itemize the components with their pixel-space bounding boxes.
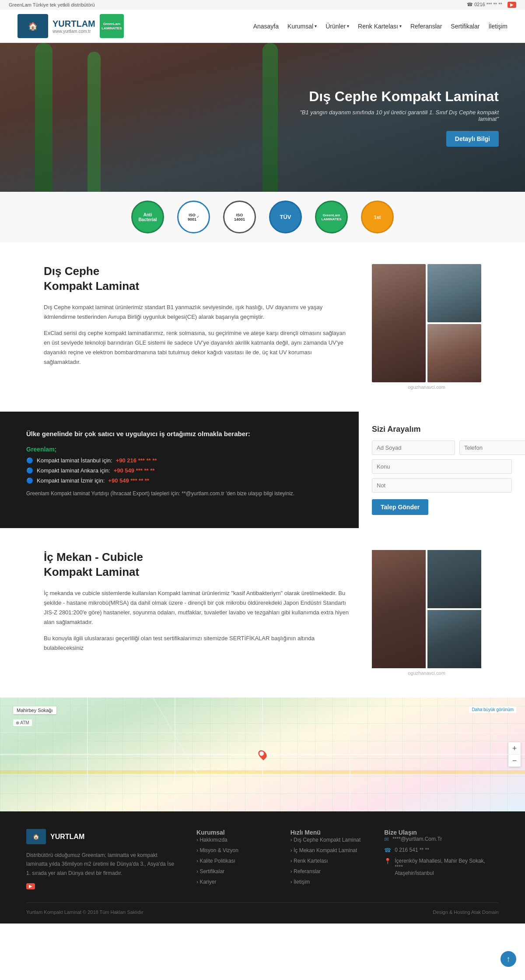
ic-mekan-section: İç Mekan - CubicleKompakt Laminat İç mek… xyxy=(0,528,525,698)
ic-mekan-text: İç Mekan - CubicleKompakt Laminat İç mek… xyxy=(44,550,350,659)
map-label-mahirbey: Mahirbey Sokağı xyxy=(13,706,56,714)
kurumsal-title: Kurumsal xyxy=(196,829,273,836)
map-pin-area xyxy=(259,750,266,759)
izmir-label: Kompakt laminat İzmir için: xyxy=(37,477,105,484)
nav-urunler[interactable]: Ürünler xyxy=(326,23,349,30)
ankara-label: Kompakt laminat Ankara için: xyxy=(37,467,110,474)
zoom-out-button[interactable]: − xyxy=(508,754,521,767)
ic-mekan-img1 xyxy=(372,550,426,668)
phone-input[interactable] xyxy=(459,441,525,455)
hero-content: Dış Cephe Kompakt Laminat "B1 yangın day… xyxy=(280,88,499,147)
zoom-in-button[interactable]: + xyxy=(508,742,521,754)
contact-section: Ülke genelinde bir çok satıcı ve uygulay… xyxy=(0,412,525,528)
footer-renk[interactable]: Renk Kartelası xyxy=(290,858,328,864)
hero-section: Dış Cephe Kompakt Laminat "B1 yangın day… xyxy=(0,43,525,192)
cert-iso2: ISO14001 xyxy=(223,201,256,233)
nav-renk-kartelasi[interactable]: Renk Kartelası xyxy=(358,23,402,30)
cert-text: GreenLam LAMINATES xyxy=(100,22,124,30)
logo-url: www.yurtlam.com.tr xyxy=(52,29,95,34)
footer-hakkimizda[interactable]: Hakkımızda xyxy=(196,837,228,843)
footer-phone-text: 0 216 541 ** ** xyxy=(395,847,429,853)
footer: 🏠 YURTLAM Distribütörü olduğumuz Greenla… xyxy=(0,811,525,924)
hizli-menu-list: Dış Cephe Kompakt Laminat İç Mekan Kompa… xyxy=(290,836,367,885)
footer-hizli-menu: Hızlı Menü Dış Cephe Kompakt Laminat İç … xyxy=(290,829,367,889)
contact-heading: Ülke genelinde bir çok satıcı ve uygulay… xyxy=(26,429,332,439)
ic-mekan-para1: İç mekanda ve cubicle sistemlerde kullan… xyxy=(44,589,350,627)
top-bar: GreenLam Türkiye tek yetkili distribütör… xyxy=(0,0,525,10)
footer-misyon[interactable]: Misyon & Vizyon xyxy=(196,847,238,853)
footer-bize-ulasin: Bize Ulaşın ✉ ****@yurtlam.Com.Tr ☎ 0 21… xyxy=(384,829,499,889)
footer-dis-cephe[interactable]: Dış Cephe Kompakt Laminat xyxy=(290,837,361,843)
submit-button[interactable]: Talep Gönder xyxy=(372,499,428,515)
hizli-menu-title: Hızlı Menü xyxy=(290,829,367,836)
hero-cta-button[interactable]: Detaylı Bilgi xyxy=(446,131,499,147)
cert-greenlam: GreenLamLAMINATES xyxy=(315,201,348,233)
ic-mekan-watermark: oguzhanavci.com xyxy=(372,670,481,676)
form-title: Sizi Arayalım xyxy=(372,425,512,434)
footer-logo-name: YURTLAM xyxy=(50,833,84,841)
kurumsal-list: Hakkımızda Misyon & Vizyon Kalite Politi… xyxy=(196,836,273,885)
dis-cephe-para2: ExClad serisi dış cephe kompakt laminatl… xyxy=(44,328,350,367)
nav-referanslar[interactable]: Referanslar xyxy=(410,23,442,30)
footer-desc: Distribütörü olduğumuz Greenlam; laminat… xyxy=(26,851,179,878)
logo-cert: GreenLam LAMINATES xyxy=(100,14,124,38)
footer-iletisim[interactable]: İletişim xyxy=(290,879,310,885)
building-image-2 xyxy=(427,264,481,322)
tree-2 xyxy=(88,52,101,192)
design-credit: Design & Hosting Atak Domain xyxy=(433,909,499,915)
hero-title: Dış Cephe Kompakt Laminat xyxy=(280,88,499,105)
note-input[interactable] xyxy=(372,478,512,493)
ic-mekan-collage xyxy=(372,550,481,668)
footer-email: ✉ ****@yurtlam.Com.Tr xyxy=(384,836,499,843)
ic-mekan-img3 xyxy=(427,610,481,668)
nav-kurumsal[interactable]: Kurumsal xyxy=(287,23,317,30)
phone-icon: ☎ xyxy=(467,2,474,7)
footer-sertifikalar[interactable]: Sertifikalar xyxy=(196,868,224,874)
main-nav: Anasayfa Kurumsal Ürünler Renk Kartelası… xyxy=(253,23,508,30)
footer-about: 🏠 YURTLAM Distribütörü olduğumuz Greenla… xyxy=(26,829,179,889)
map-label-atm1: ⊕ ATM xyxy=(13,719,32,726)
subject-input[interactable] xyxy=(372,459,512,474)
nav-iletisim[interactable]: İletişim xyxy=(488,23,508,30)
istanbul-label: Kompakt laminat İstanbul için: xyxy=(37,457,112,464)
footer-address-text: İçerenköy Mahallesi, Mahir Bey Sokak, **… xyxy=(395,858,485,876)
cert-anti: AntiBacterial xyxy=(131,201,164,233)
contact-istanbul: 🔵 Kompakt laminat İstanbul için: +90 216… xyxy=(26,457,332,464)
footer-ic-mekan[interactable]: İç Mekan Kompakt Laminat xyxy=(290,847,357,853)
ic-mekan-img2 xyxy=(427,550,481,608)
footer-grid: 🏠 YURTLAM Distribütörü olduğumuz Greenla… xyxy=(26,829,499,889)
building-image-1 xyxy=(372,264,426,382)
dis-cephe-para1: Dış Cephe kompakt laminat ürünlerimiz st… xyxy=(44,303,350,322)
contact-form: Sizi Arayalım Talep Gönder xyxy=(359,412,525,528)
footer-ref[interactable]: Referanslar xyxy=(290,868,321,874)
bullet-2: 🔵 xyxy=(26,467,33,474)
ic-mekan-image-area: oguzhanavci.com xyxy=(372,550,481,676)
footer-phone-icon: ☎ xyxy=(384,847,391,853)
logo-icon: 🏠 xyxy=(28,21,38,31)
contact-izmir: 🔵 Kompakt laminat İzmir için: +90 549 **… xyxy=(26,477,332,484)
footer-kalite[interactable]: Kalite Politikası xyxy=(196,858,235,864)
contact-info: ☎ 0216 *** ** ** ▶ xyxy=(467,2,516,8)
brand-name: Greenlam; xyxy=(26,446,332,453)
map-button-full[interactable]: Daha büyük görünüm xyxy=(469,706,516,713)
nav-anasayfa[interactable]: Anasayfa xyxy=(253,23,279,30)
dis-cephe-title: Dış CepheKompakt Laminat xyxy=(44,264,350,294)
footer-bottom: Yurtlam Kompakt Laminat © 2018 Tüm Hakla… xyxy=(26,902,499,915)
footer-logo: 🏠 YURTLAM xyxy=(26,829,179,844)
map-section[interactable]: Mahirbey Sokağı ⊕ ATM Daha büyük görünüm… xyxy=(0,698,525,811)
header: 🏠 YURTLAM www.yurtlam.com.tr GreenLam LA… xyxy=(0,10,525,43)
hero-subtitle: "B1 yangın dayanım sınıfında 10 yıl üret… xyxy=(280,109,499,122)
footer-address: 📍 İçerenköy Mahallesi, Mahir Bey Sokak, … xyxy=(384,858,499,876)
contact-ankara: 🔵 Kompakt laminat Ankara için: +90 549 *… xyxy=(26,467,332,474)
footer-phone: ☎ 0 216 541 ** ** xyxy=(384,847,499,853)
footer-youtube-icon[interactable]: ▶ xyxy=(26,883,35,889)
nav-sertifikalar[interactable]: Sertifikalar xyxy=(451,23,480,30)
copyright: Yurtlam Kompakt Laminat © 2018 Tüm Hakla… xyxy=(26,909,144,915)
dis-cephe-images: oguzhanavci.com xyxy=(372,264,481,390)
name-input[interactable] xyxy=(372,441,455,455)
footer-kariyer[interactable]: Kariyer xyxy=(196,879,216,885)
youtube-icon[interactable]: ▶ xyxy=(508,2,516,8)
map-zoom-controls: + − xyxy=(508,742,521,767)
contact-left: Ülke genelinde bir çok satıcı ve uygulay… xyxy=(0,412,359,528)
watermark: oguzhanavci.com xyxy=(372,384,481,390)
